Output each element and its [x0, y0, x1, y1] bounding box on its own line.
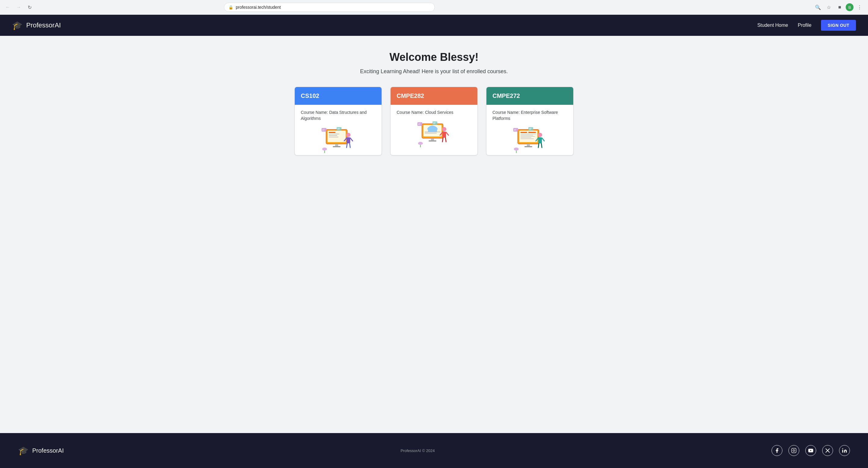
- menu-button[interactable]: ⋮: [855, 2, 864, 12]
- course-body-cmpe282: Course Name: Cloud Services: [391, 105, 477, 149]
- svg-line-11: [350, 138, 352, 141]
- svg-rect-49: [521, 137, 531, 138]
- course-illustration-cs102: IT IT: [301, 125, 375, 155]
- student-home-link[interactable]: Student Home: [757, 23, 788, 28]
- course-card-cmpe282[interactable]: CMPE282 Course Name: Cloud Services: [390, 87, 478, 156]
- svg-rect-3: [329, 134, 339, 134]
- svg-line-33: [446, 132, 448, 135]
- svg-point-8: [346, 133, 350, 137]
- welcome-title: Welcome Blessy!: [390, 51, 478, 64]
- course-name-cmpe282: Course Name: Cloud Services: [397, 110, 471, 115]
- svg-line-13: [350, 143, 350, 147]
- course-illustration-cmpe282: IT IT: [397, 119, 471, 149]
- course-header-cmpe272: CMPE272: [487, 87, 573, 105]
- svg-rect-48: [521, 136, 535, 137]
- svg-rect-2: [329, 132, 336, 133]
- svg-rect-9: [347, 137, 350, 143]
- svg-rect-50: [521, 138, 534, 139]
- svg-rect-46: [521, 134, 536, 134]
- svg-point-53: [538, 133, 542, 137]
- search-button[interactable]: 🔍: [813, 2, 823, 12]
- svg-rect-6: [335, 144, 338, 146]
- svg-line-35: [445, 138, 446, 142]
- course-body-cs102: Course Name: Data Structures and Algorit…: [295, 105, 381, 155]
- svg-point-63: [514, 147, 519, 151]
- svg-point-40: [418, 142, 423, 145]
- course-code-cmpe272: CMPE272: [493, 93, 520, 99]
- youtube-icon[interactable]: [805, 445, 816, 456]
- svg-text:IT: IT: [514, 129, 516, 131]
- address-bar[interactable]: 🔒 professorai.tech/student: [224, 3, 435, 12]
- extensions-button[interactable]: ■: [835, 2, 844, 12]
- url-text: professorai.tech/student: [236, 5, 281, 10]
- svg-text:IT: IT: [322, 129, 324, 131]
- linkedin-icon[interactable]: [839, 445, 850, 456]
- svg-rect-27: [425, 133, 437, 133]
- main-content: Welcome Blessy! Exciting Learning Ahead!…: [0, 36, 868, 433]
- bookmark-button[interactable]: ☆: [824, 2, 834, 12]
- welcome-subtitle: Exciting Learning Ahead! Here is your li…: [360, 68, 508, 75]
- course-card-cmpe272[interactable]: CMPE272 Course Name: Enterprise Software…: [486, 87, 574, 156]
- footer-copyright: ProfessorAI © 2024: [401, 448, 435, 453]
- svg-rect-5: [329, 137, 338, 137]
- facebook-icon[interactable]: [772, 445, 782, 456]
- svg-rect-26: [425, 132, 440, 132]
- courses-grid: CS102 Course Name: Data Structures and A…: [289, 87, 579, 156]
- navbar: 🎓 ProfessorAI Student Home Profile SIGN …: [0, 15, 868, 36]
- footer-brand: 🎓 ProfessorAI: [18, 446, 64, 456]
- course-name-cmpe272: Course Name: Enterprise Software Platfor…: [493, 110, 567, 121]
- svg-rect-47: [521, 135, 533, 136]
- course-code-cmpe282: CMPE282: [397, 93, 424, 99]
- svg-point-30: [442, 127, 446, 131]
- svg-rect-54: [538, 137, 542, 143]
- profile-link[interactable]: Profile: [798, 23, 811, 28]
- svg-rect-45: [528, 132, 536, 133]
- brand-logo[interactable]: 🎓 ProfessorAI: [12, 21, 61, 30]
- instagram-icon[interactable]: [788, 445, 799, 456]
- footer-brand-name: ProfessorAI: [32, 447, 64, 454]
- graduation-cap-icon: 🎓: [12, 21, 23, 30]
- browser-chrome: ← → ↻ 🔒 professorai.tech/student 🔍 ☆ ■ B…: [0, 0, 868, 15]
- twitter-icon[interactable]: [822, 445, 833, 456]
- svg-rect-51: [527, 144, 530, 146]
- lock-icon: 🔒: [228, 5, 233, 10]
- course-name-cs102: Course Name: Data Structures and Algorit…: [301, 110, 375, 121]
- forward-button[interactable]: →: [14, 3, 23, 11]
- svg-rect-52: [524, 146, 532, 147]
- svg-rect-65: [792, 448, 796, 453]
- signout-button[interactable]: SIGN OUT: [821, 20, 856, 31]
- svg-line-56: [542, 138, 544, 141]
- nav-links: Student Home Profile SIGN OUT: [757, 20, 856, 31]
- course-illustration-cmpe272: IT IT: [493, 125, 567, 155]
- footer-graduation-icon: 🎓: [18, 446, 29, 456]
- svg-rect-44: [521, 132, 527, 133]
- svg-rect-31: [442, 132, 446, 138]
- svg-rect-7: [333, 146, 341, 147]
- back-button[interactable]: ←: [4, 3, 12, 11]
- browser-actions: 🔍 ☆ ■ B ⋮: [813, 2, 864, 12]
- svg-point-69: [842, 448, 843, 449]
- svg-line-34: [442, 138, 443, 142]
- footer-socials: [772, 445, 850, 456]
- svg-point-18: [322, 147, 327, 151]
- svg-line-12: [347, 143, 347, 147]
- svg-line-58: [541, 143, 542, 147]
- svg-text:IT: IT: [338, 128, 340, 130]
- course-body-cmpe272: Course Name: Enterprise Software Platfor…: [487, 105, 573, 155]
- course-code-cs102: CS102: [301, 93, 319, 99]
- course-header-cmpe282: CMPE282: [391, 87, 477, 105]
- brand-name: ProfessorAI: [26, 22, 61, 29]
- reload-button[interactable]: ↻: [25, 3, 34, 11]
- svg-rect-25: [428, 129, 437, 132]
- svg-text:IT: IT: [418, 123, 421, 126]
- svg-line-57: [538, 143, 539, 147]
- svg-rect-28: [431, 138, 434, 141]
- footer: 🎓 ProfessorAI ProfessorAI © 2024: [0, 433, 868, 468]
- browser-profile[interactable]: B: [846, 3, 854, 11]
- course-card-cs102[interactable]: CS102 Course Name: Data Structures and A…: [294, 87, 382, 156]
- svg-rect-29: [429, 140, 436, 141]
- svg-rect-68: [842, 450, 843, 453]
- svg-rect-4: [329, 135, 337, 136]
- svg-text:IT: IT: [433, 122, 435, 125]
- svg-text:IT: IT: [529, 128, 531, 130]
